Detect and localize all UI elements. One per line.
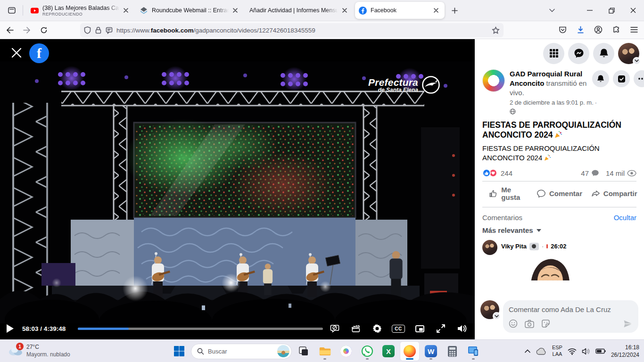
- send-comment-icon[interactable]: [623, 320, 633, 328]
- weather-widget[interactable]: 1 27°C Mayorm. nublado: [5, 342, 73, 361]
- post-notifications-bell-icon[interactable]: [592, 70, 609, 87]
- messenger-icon[interactable]: [568, 43, 589, 64]
- window-restore-button[interactable]: [601, 0, 622, 21]
- url-text[interactable]: https://www.facebook.com/gadpanconcito/v…: [116, 27, 492, 34]
- firefox-view-icon[interactable]: [4, 3, 20, 17]
- shield-icon[interactable]: [84, 26, 91, 34]
- url-bar[interactable]: https://www.facebook.com/gadpanconcito/v…: [80, 23, 504, 37]
- chevron-down-icon: [633, 57, 641, 65]
- video-progress-bar[interactable]: [78, 328, 323, 330]
- party-popper-icon: [544, 154, 551, 164]
- menu-hamburger-icon[interactable]: [627, 23, 641, 36]
- tab-close-icon[interactable]: [340, 6, 349, 15]
- onedrive-cloud-icon[interactable]: [536, 347, 547, 355]
- excel-icon[interactable]: X: [379, 342, 398, 361]
- downloads-icon[interactable]: [573, 23, 587, 36]
- video-player[interactable]: f: [0, 39, 475, 339]
- comment-count[interactable]: 47: [581, 169, 589, 177]
- permissions-icon[interactable]: [106, 27, 113, 34]
- hide-comments-link[interactable]: Ocultar: [614, 214, 636, 222]
- comment-video-time[interactable]: 26:02: [551, 243, 566, 250]
- screen: (38) Las Mejores Baladas Cancio REPRODUC…: [0, 0, 644, 362]
- notifications-bell-icon[interactable]: [593, 43, 614, 64]
- commenter-avatar[interactable]: [482, 240, 497, 255]
- list-all-tabs-icon[interactable]: [544, 3, 560, 17]
- like-reaction-icon[interactable]: [482, 169, 491, 177]
- post-timestamp[interactable]: 2 de diciembre a las 9:01 p. m.: [510, 99, 594, 107]
- calculator-icon[interactable]: [443, 342, 462, 361]
- picture-in-picture-icon[interactable]: [414, 323, 425, 334]
- phone-link-icon[interactable]: [464, 342, 483, 361]
- back-button[interactable]: [3, 24, 17, 37]
- sticker-icon[interactable]: [541, 319, 550, 328]
- window-close-button[interactable]: [622, 0, 644, 21]
- like-button[interactable]: Me gusta: [478, 183, 532, 205]
- volume-icon[interactable]: [457, 323, 467, 334]
- saved-check-icon[interactable]: [613, 70, 630, 87]
- commenter-name[interactable]: Viky Pita: [501, 243, 527, 250]
- new-tab-button[interactable]: [447, 3, 462, 17]
- emoji-smiley-icon[interactable]: [509, 319, 518, 328]
- comment-placeholder: Comentar como Ada De La Cruz: [509, 305, 633, 313]
- tab-close-icon[interactable]: [231, 6, 240, 15]
- profile-avatar[interactable]: [618, 43, 639, 64]
- sort-comments-dropdown[interactable]: Más relevantes: [475, 225, 644, 234]
- tab-roundcube[interactable]: Roundcube Webmail :: Entrada: [136, 2, 244, 19]
- more-options-icon[interactable]: [634, 70, 644, 87]
- notification-badge: 1: [16, 343, 24, 350]
- bookmark-star-icon[interactable]: [492, 26, 500, 34]
- whatsapp-icon[interactable]: [358, 342, 377, 361]
- facebook-logo[interactable]: f: [29, 43, 49, 63]
- apps-grid-icon[interactable]: [543, 43, 564, 64]
- captions-icon[interactable]: CC: [393, 323, 404, 334]
- language-indicator[interactable]: ESP LAA: [552, 345, 562, 358]
- author-badge-icon: [529, 243, 539, 250]
- window-minimize-button[interactable]: [579, 0, 601, 21]
- forward-button[interactable]: [20, 24, 34, 37]
- tab-title: Roundcube Webmail :: Entrada: [152, 7, 229, 14]
- reload-button[interactable]: [37, 24, 51, 37]
- reaction-count[interactable]: 244: [501, 169, 512, 177]
- video-progress-fill: [78, 328, 129, 330]
- camera-icon[interactable]: [525, 320, 534, 328]
- play-button[interactable]: [7, 324, 14, 333]
- volume-speaker-icon[interactable]: [582, 348, 590, 355]
- video-time: 58:03 / 4:39:48: [22, 325, 77, 332]
- pocket-icon[interactable]: [555, 23, 570, 36]
- tab-informes[interactable]: Añadir Actividad | Informes Mensua: [246, 2, 353, 19]
- task-view-icon[interactable]: [294, 342, 313, 361]
- tab-close-icon[interactable]: [431, 6, 441, 15]
- comment-input[interactable]: Comentar como Ada De La Cruz: [503, 300, 638, 333]
- composer-avatar[interactable]: [480, 300, 499, 319]
- comment-sticker-avatar-image[interactable]: [528, 255, 573, 280]
- extensions-icon[interactable]: [609, 23, 623, 36]
- taskbar-search-input[interactable]: Buscar: [191, 344, 292, 359]
- weather-condition: Mayorm. nublado: [26, 351, 70, 359]
- clip-clapperboard-icon[interactable]: [351, 323, 361, 334]
- tab-close-icon[interactable]: [121, 6, 131, 15]
- comments-off-icon[interactable]: [330, 323, 340, 334]
- lock-icon[interactable]: [95, 26, 101, 34]
- clock-date[interactable]: 16:18 26/12/2024: [611, 344, 639, 359]
- facebook-side-panel: GAD Parroquial Rural Anconcito transmiti…: [475, 39, 644, 339]
- share-button[interactable]: Compartir: [586, 183, 641, 205]
- search-placeholder: Buscar: [208, 348, 273, 355]
- battery-icon[interactable]: [595, 348, 606, 354]
- fullscreen-icon[interactable]: [436, 323, 446, 334]
- start-button[interactable]: [170, 342, 189, 361]
- account-icon[interactable]: [591, 23, 605, 36]
- close-video-icon[interactable]: [11, 48, 23, 59]
- tab-facebook-active[interactable]: Facebook: [355, 2, 445, 19]
- hidden-icons-chevron[interactable]: [525, 349, 530, 353]
- file-explorer-icon[interactable]: [315, 342, 334, 361]
- page-avatar-gad-anconcito[interactable]: [482, 69, 505, 92]
- search-highlight-image[interactable]: [277, 345, 289, 357]
- globe-privacy-icon: [510, 108, 516, 115]
- settings-gear-icon[interactable]: [372, 323, 382, 334]
- tab-youtube[interactable]: (38) Las Mejores Baladas Cancio REPRODUC…: [27, 2, 134, 19]
- word-icon[interactable]: W: [421, 342, 440, 361]
- firefox-icon-active[interactable]: [400, 342, 419, 361]
- comment-button[interactable]: Comentar: [532, 183, 587, 205]
- copilot-icon[interactable]: [337, 342, 355, 361]
- wifi-icon[interactable]: [568, 348, 577, 355]
